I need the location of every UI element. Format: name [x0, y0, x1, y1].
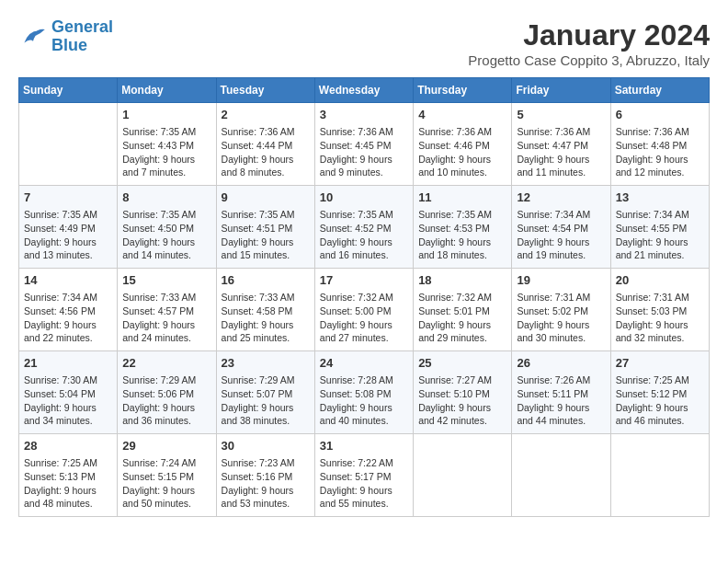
day-number: 22: [122, 355, 210, 372]
day-info: Sunrise: 7:33 AMSunset: 4:58 PMDaylight:…: [222, 291, 310, 345]
day-number: 10: [320, 190, 408, 206]
title-block: January 2024 Progetto Case Coppito 3, Ab…: [468, 18, 710, 68]
calendar-cell: 4Sunrise: 7:36 AMSunset: 4:46 PMDaylight…: [414, 103, 512, 186]
day-number: 23: [222, 355, 310, 372]
day-number: 5: [517, 107, 605, 123]
day-info: Sunrise: 7:23 AMSunset: 5:16 PMDaylight:…: [222, 456, 310, 511]
day-number: 7: [24, 190, 112, 206]
calendar-cell: 31Sunrise: 7:22 AMSunset: 5:17 PMDayligh…: [314, 434, 413, 517]
day-number: 25: [418, 355, 506, 372]
day-number: 14: [24, 272, 112, 289]
calendar-cell: 24Sunrise: 7:28 AMSunset: 5:08 PMDayligh…: [314, 351, 413, 434]
day-number: 21: [24, 355, 112, 372]
calendar-cell: 26Sunrise: 7:26 AMSunset: 5:11 PMDayligh…: [512, 351, 610, 434]
day-number: 4: [418, 107, 506, 123]
calendar-cell: 18Sunrise: 7:32 AMSunset: 5:01 PMDayligh…: [414, 269, 512, 351]
day-info: Sunrise: 7:34 AMSunset: 4:56 PMDaylight:…: [24, 291, 112, 345]
header-day-friday: Friday: [512, 78, 610, 103]
header-day-monday: Monday: [118, 78, 216, 103]
logo: General Blue: [18, 18, 113, 55]
calendar-body: 1Sunrise: 7:35 AMSunset: 4:43 PMDaylight…: [19, 103, 710, 517]
day-info: Sunrise: 7:32 AMSunset: 5:00 PMDaylight:…: [320, 291, 408, 345]
calendar-cell: 21Sunrise: 7:30 AMSunset: 5:04 PMDayligh…: [19, 351, 118, 434]
header-row: SundayMondayTuesdayWednesdayThursdayFrid…: [19, 78, 710, 103]
calendar-cell: 28Sunrise: 7:25 AMSunset: 5:13 PMDayligh…: [19, 434, 118, 517]
day-info: Sunrise: 7:36 AMSunset: 4:48 PMDaylight:…: [616, 125, 704, 179]
calendar-week-0: 1Sunrise: 7:35 AMSunset: 4:43 PMDaylight…: [19, 103, 710, 186]
day-info: Sunrise: 7:35 AMSunset: 4:43 PMDaylight:…: [122, 125, 210, 179]
calendar-cell: 15Sunrise: 7:33 AMSunset: 4:57 PMDayligh…: [118, 269, 216, 351]
calendar-cell: 9Sunrise: 7:35 AMSunset: 4:51 PMDaylight…: [216, 186, 314, 269]
day-number: 16: [222, 272, 310, 289]
calendar-cell: 7Sunrise: 7:35 AMSunset: 4:49 PMDaylight…: [19, 186, 118, 269]
day-info: Sunrise: 7:27 AMSunset: 5:10 PMDaylight:…: [418, 373, 506, 428]
calendar-cell: 23Sunrise: 7:29 AMSunset: 5:07 PMDayligh…: [216, 351, 314, 434]
calendar-cell: 2Sunrise: 7:36 AMSunset: 4:44 PMDaylight…: [216, 103, 314, 186]
page-header: General Blue January 2024 Progetto Case …: [18, 18, 710, 68]
day-number: 6: [616, 107, 704, 123]
calendar-cell: 5Sunrise: 7:36 AMSunset: 4:47 PMDaylight…: [512, 103, 610, 186]
calendar-cell: 14Sunrise: 7:34 AMSunset: 4:56 PMDayligh…: [19, 269, 118, 351]
calendar-cell: 29Sunrise: 7:24 AMSunset: 5:15 PMDayligh…: [118, 434, 216, 517]
day-info: Sunrise: 7:31 AMSunset: 5:02 PMDaylight:…: [517, 291, 605, 345]
calendar-cell: 27Sunrise: 7:25 AMSunset: 5:12 PMDayligh…: [610, 351, 709, 434]
calendar-cell: [512, 434, 610, 517]
logo-line1: General: [51, 17, 113, 36]
day-info: Sunrise: 7:30 AMSunset: 5:04 PMDaylight:…: [24, 373, 112, 428]
day-number: 29: [122, 438, 210, 454]
day-number: 30: [222, 438, 310, 454]
day-number: 24: [320, 355, 408, 372]
day-number: 26: [517, 355, 605, 372]
day-info: Sunrise: 7:35 AMSunset: 4:51 PMDaylight:…: [222, 208, 310, 262]
header-day-thursday: Thursday: [414, 78, 512, 103]
calendar-cell: 20Sunrise: 7:31 AMSunset: 5:03 PMDayligh…: [610, 269, 709, 351]
day-number: 17: [320, 272, 408, 289]
calendar-cell: 11Sunrise: 7:35 AMSunset: 4:53 PMDayligh…: [414, 186, 512, 269]
calendar-cell: 8Sunrise: 7:35 AMSunset: 4:50 PMDaylight…: [118, 186, 216, 269]
day-number: 11: [418, 190, 506, 206]
day-info: Sunrise: 7:36 AMSunset: 4:46 PMDaylight:…: [418, 125, 506, 179]
day-info: Sunrise: 7:32 AMSunset: 5:01 PMDaylight:…: [418, 291, 506, 345]
day-number: 1: [122, 107, 210, 123]
location-subtitle: Progetto Case Coppito 3, Abruzzo, Italy: [468, 52, 710, 68]
calendar-cell: 6Sunrise: 7:36 AMSunset: 4:48 PMDaylight…: [610, 103, 709, 186]
header-day-wednesday: Wednesday: [314, 78, 413, 103]
day-info: Sunrise: 7:26 AMSunset: 5:11 PMDaylight:…: [517, 373, 605, 428]
calendar-cell: 10Sunrise: 7:35 AMSunset: 4:52 PMDayligh…: [314, 186, 413, 269]
day-number: 18: [418, 272, 506, 289]
header-day-sunday: Sunday: [19, 78, 118, 103]
day-number: 28: [24, 438, 112, 454]
day-info: Sunrise: 7:35 AMSunset: 4:52 PMDaylight:…: [320, 208, 408, 262]
calendar-week-2: 14Sunrise: 7:34 AMSunset: 4:56 PMDayligh…: [19, 269, 710, 351]
header-day-tuesday: Tuesday: [216, 78, 314, 103]
day-info: Sunrise: 7:22 AMSunset: 5:17 PMDaylight:…: [320, 456, 408, 511]
day-number: 8: [122, 190, 210, 206]
day-info: Sunrise: 7:25 AMSunset: 5:13 PMDaylight:…: [24, 456, 112, 511]
day-number: 31: [320, 438, 408, 454]
day-number: 27: [616, 355, 704, 372]
day-info: Sunrise: 7:34 AMSunset: 4:55 PMDaylight:…: [616, 208, 704, 262]
day-info: Sunrise: 7:24 AMSunset: 5:15 PMDaylight:…: [122, 456, 210, 511]
day-number: 20: [616, 272, 704, 289]
day-info: Sunrise: 7:35 AMSunset: 4:50 PMDaylight:…: [122, 208, 210, 262]
day-info: Sunrise: 7:36 AMSunset: 4:45 PMDaylight:…: [320, 125, 408, 179]
calendar-cell: 1Sunrise: 7:35 AMSunset: 4:43 PMDaylight…: [118, 103, 216, 186]
calendar-week-3: 21Sunrise: 7:30 AMSunset: 5:04 PMDayligh…: [19, 351, 710, 434]
day-number: 12: [517, 190, 605, 206]
calendar-cell: [610, 434, 709, 517]
calendar-cell: 17Sunrise: 7:32 AMSunset: 5:00 PMDayligh…: [314, 269, 413, 351]
day-info: Sunrise: 7:29 AMSunset: 5:06 PMDaylight:…: [122, 373, 210, 428]
calendar-table: SundayMondayTuesdayWednesdayThursdayFrid…: [18, 77, 710, 517]
calendar-cell: 22Sunrise: 7:29 AMSunset: 5:06 PMDayligh…: [118, 351, 216, 434]
month-title: January 2024: [468, 18, 710, 52]
calendar-cell: 3Sunrise: 7:36 AMSunset: 4:45 PMDaylight…: [314, 103, 413, 186]
day-number: 9: [222, 190, 310, 206]
calendar-week-4: 28Sunrise: 7:25 AMSunset: 5:13 PMDayligh…: [19, 434, 710, 517]
calendar-cell: 19Sunrise: 7:31 AMSunset: 5:02 PMDayligh…: [512, 269, 610, 351]
logo-text: General Blue: [51, 18, 113, 55]
day-info: Sunrise: 7:28 AMSunset: 5:08 PMDaylight:…: [320, 373, 408, 428]
calendar-cell: 12Sunrise: 7:34 AMSunset: 4:54 PMDayligh…: [512, 186, 610, 269]
calendar-cell: 13Sunrise: 7:34 AMSunset: 4:55 PMDayligh…: [610, 186, 709, 269]
header-day-saturday: Saturday: [610, 78, 709, 103]
day-info: Sunrise: 7:33 AMSunset: 4:57 PMDaylight:…: [122, 291, 210, 345]
